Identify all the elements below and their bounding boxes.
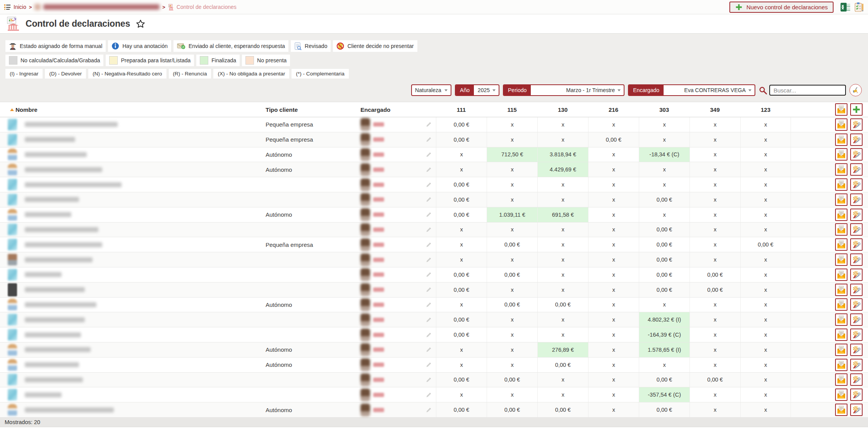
cell-216[interactable]: x [588,177,639,192]
column-header-349[interactable]: 349 [690,106,740,113]
cell-111[interactable]: 0,00 € [436,207,487,222]
cell-216[interactable]: x [588,267,639,282]
cell-216[interactable]: x [588,298,639,312]
cell-303[interactable]: -357,54 € (C) [639,387,690,402]
tools-settings-button[interactable] [850,148,863,161]
send-mail-button[interactable] [835,209,847,221]
column-header-encargado[interactable]: Encargado [360,106,436,113]
cell-349[interactable]: x [690,207,740,222]
cell-115[interactable]: 0,00 € [487,267,537,282]
cell-303[interactable]: x [639,358,690,372]
cell-130[interactable]: x [537,192,588,207]
cell-349[interactable]: x [690,327,740,342]
cell-111[interactable]: 0,00 € [436,327,487,342]
cell-216[interactable]: x [588,117,639,132]
cell-115[interactable]: 0,00 € [487,402,537,417]
cell-123[interactable]: x [740,192,791,207]
table-row[interactable]: 0,00 € x x x x x x [0,177,868,192]
cell-111[interactable]: 0,00 € [436,402,487,417]
cell-130[interactable]: 691,58 € [537,207,588,222]
cell-349[interactable]: 0,00 € [690,373,740,387]
cell-123[interactable]: x [740,177,791,192]
edit-pencil-icon[interactable] [425,226,432,233]
cell-349[interactable]: x [690,312,740,327]
cell-216[interactable]: x [588,373,639,387]
cell-115[interactable]: x [487,327,537,342]
cell-115[interactable]: x [487,192,537,207]
edit-pencil-icon[interactable] [425,407,432,413]
search-input[interactable] [769,85,846,96]
send-mail-button[interactable] [835,133,847,146]
cell-130[interactable]: x [537,387,588,402]
client-name-redacted[interactable] [25,227,98,232]
cell-216[interactable]: x [588,327,639,342]
cell-349[interactable]: x [690,358,740,372]
send-mail-button[interactable] [835,298,847,311]
cell-111[interactable]: 0,00 € [436,282,487,297]
cell-349[interactable]: x [690,298,740,312]
naturaleza-select[interactable]: Naturaleza [411,84,451,96]
cell-303[interactable]: 4.802,32 € (I) [639,312,690,327]
client-name-redacted[interactable] [25,197,79,202]
cell-349[interactable]: x [690,237,740,252]
cell-216[interactable]: x [588,252,639,267]
cell-303[interactable]: 0,00 € [639,402,690,417]
client-name-redacted[interactable] [25,332,81,337]
cell-130[interactable]: x [537,237,588,252]
cell-216[interactable]: x [588,402,639,417]
edit-pencil-icon[interactable] [425,196,432,203]
send-mail-button[interactable] [835,269,847,281]
cell-349[interactable]: 0,00 € [690,267,740,282]
cell-349[interactable]: x [690,252,740,267]
cell-123[interactable]: x [740,358,791,372]
cell-130[interactable]: x [537,132,588,147]
cell-123[interactable]: x [740,117,791,132]
cell-216[interactable]: x [588,387,639,402]
cell-123[interactable]: x [740,312,791,327]
cell-111[interactable]: 0,00 € [436,312,487,327]
client-name-redacted[interactable] [25,122,118,127]
cell-123[interactable]: x [740,387,791,402]
cell-130[interactable]: 276,89 € [537,342,588,357]
cell-130[interactable]: 0,00 € [537,402,588,417]
cell-303[interactable]: x [639,117,690,132]
edit-pencil-icon[interactable] [425,181,432,188]
cell-216[interactable]: x [588,162,639,177]
cell-216[interactable]: x [588,237,639,252]
table-row[interactable]: x x x x -357,54 € (C) x x [0,387,868,402]
add-declaration-button[interactable] [850,103,863,116]
cell-130[interactable]: 3.818,94 € [537,147,588,162]
cell-216[interactable]: x [588,147,639,162]
cell-123[interactable]: x [740,207,791,222]
table-row[interactable]: 0,00 € x x x 0,00 € 0,00 € x [0,282,868,298]
table-row[interactable]: Autónomo x 0,00 € 0,00 € x x x x [0,298,868,313]
cell-303[interactable]: 0,00 € [639,222,690,237]
year-select[interactable]: Año 2025 [455,84,499,96]
cell-123[interactable]: x [740,298,791,312]
tools-settings-button[interactable] [850,284,863,296]
cell-123[interactable]: x [740,327,791,342]
cell-123[interactable]: x [740,282,791,297]
column-header-115[interactable]: 115 [487,106,537,113]
cell-115[interactable]: x [487,358,537,372]
cell-123[interactable]: x [740,342,791,357]
tools-settings-button[interactable] [850,163,863,176]
cell-115[interactable]: 0,00 € [487,298,537,312]
cell-349[interactable]: x [690,387,740,402]
send-mail-button[interactable] [835,253,847,266]
table-row[interactable]: Autónomo 0,00 € 0,00 € 0,00 € x 0,00 € x… [0,402,868,418]
cell-111[interactable]: x [436,342,487,357]
client-name-redacted[interactable] [25,167,102,172]
send-mail-button[interactable] [835,329,847,341]
edit-pencil-icon[interactable] [425,392,432,398]
tools-settings-button[interactable] [850,209,863,221]
cell-303[interactable]: x [639,298,690,312]
cell-303[interactable]: x [639,132,690,147]
cell-111[interactable]: x [436,358,487,372]
client-name-redacted[interactable] [25,182,122,187]
cell-115[interactable]: x [487,387,537,402]
send-mail-button[interactable] [835,284,847,296]
client-name-redacted[interactable] [25,272,62,277]
tools-settings-button[interactable] [850,359,863,371]
tools-settings-button[interactable] [850,238,863,251]
